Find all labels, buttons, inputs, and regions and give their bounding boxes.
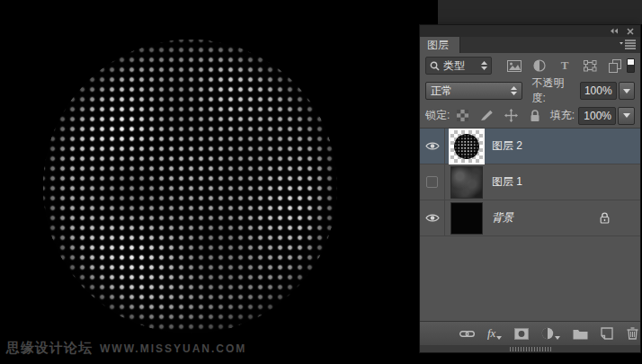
filter-type-select[interactable]: 类型	[425, 57, 492, 75]
filter-kind-buttons: T	[506, 58, 623, 74]
add-layer-mask-icon[interactable]	[514, 325, 529, 342]
hidden-visibility-box	[426, 176, 438, 188]
lock-buttons	[455, 109, 542, 123]
fill-input[interactable]: 100%	[578, 107, 616, 125]
collapse-to-icons-icon[interactable]	[610, 28, 619, 34]
caret-down-icon	[623, 89, 630, 93]
blend-mode-select[interactable]: 正常	[425, 82, 522, 100]
link-layers-icon[interactable]	[459, 325, 475, 342]
watermark-site-url: WWW.MISSYUAN.COM	[100, 342, 246, 355]
spinner-arrows-icon	[481, 61, 487, 70]
layer-thumbnail-sphere[interactable]	[450, 130, 483, 163]
panel-bottom-strip	[420, 345, 640, 352]
tab-layers[interactable]: 图层	[420, 37, 460, 53]
eye-icon	[425, 141, 440, 151]
layer-thumbnail-clouds[interactable]	[450, 166, 483, 199]
filter-toggle-switch[interactable]	[627, 58, 635, 73]
blend-mode-row: 正常 不透明度: 100%	[420, 78, 640, 103]
lock-all-icon[interactable]	[528, 109, 542, 123]
photoshop-workspace: 思缘设计论坛WWW.MISSYUAN.COM 图层 类型	[0, 0, 642, 364]
panel-actions-bar: fx	[420, 321, 640, 345]
layers-panel: 图层 类型 T	[419, 24, 641, 353]
close-icon[interactable]	[627, 28, 634, 35]
layers-list: 图层 2 图层 1 背景	[420, 129, 640, 321]
layer-filter-row: 类型 T	[420, 53, 640, 78]
delete-layer-icon[interactable]	[626, 325, 639, 342]
eye-icon	[425, 213, 440, 223]
opacity-input[interactable]: 100%	[580, 82, 617, 100]
panel-drag-handle[interactable]	[510, 347, 551, 351]
watermark: 思缘设计论坛WWW.MISSYUAN.COM	[6, 340, 246, 357]
fill-label: 填充:	[550, 108, 575, 123]
layer-row-layer1[interactable]: 图层 1	[420, 164, 640, 200]
caret-down-icon	[496, 336, 502, 340]
visibility-toggle[interactable]	[420, 164, 445, 200]
mini-sphere-preview	[454, 134, 479, 159]
new-layer-icon[interactable]	[601, 325, 613, 342]
layer-thumbnail-black[interactable]	[450, 202, 483, 235]
layer-name[interactable]: 背景	[492, 210, 600, 226]
adjustment-layer-filter-icon[interactable]	[531, 58, 548, 74]
layer-name[interactable]: 图层 1	[492, 174, 640, 190]
visibility-toggle[interactable]	[420, 129, 445, 164]
layer-name[interactable]: 图层 2	[492, 138, 640, 154]
layer-row-layer2[interactable]: 图层 2	[420, 129, 640, 164]
fill-dropdown-button[interactable]	[618, 107, 635, 125]
shape-layer-filter-icon[interactable]	[582, 58, 598, 74]
visibility-toggle[interactable]	[420, 200, 445, 235]
lock-label: 锁定:	[425, 108, 450, 123]
new-group-icon[interactable]	[573, 325, 588, 342]
panel-tab-bar: 图层	[420, 37, 640, 53]
filter-type-label: 类型	[443, 58, 477, 74]
opacity-label: 不透明度:	[531, 75, 576, 106]
lock-pixels-icon[interactable]	[479, 109, 494, 123]
caret-down-icon	[623, 113, 630, 118]
watermark-site-name: 思缘设计论坛	[6, 340, 93, 355]
blend-mode-value: 正常	[431, 84, 511, 99]
caret-down-icon	[555, 336, 560, 340]
pixel-layer-filter-icon[interactable]	[506, 58, 522, 74]
lock-transparency-icon[interactable]	[455, 109, 469, 123]
background-lock-icon	[600, 212, 610, 224]
smart-object-filter-icon[interactable]	[607, 58, 623, 74]
layer-style-icon[interactable]: fx	[487, 325, 502, 342]
app-chrome-strip	[438, 0, 642, 24]
lock-position-icon[interactable]	[504, 109, 518, 123]
spinner-arrows-icon	[511, 86, 517, 95]
type-layer-filter-icon[interactable]: T	[557, 58, 573, 74]
halftone-sphere-artwork	[43, 40, 337, 333]
search-icon	[430, 61, 440, 71]
opacity-dropdown-button[interactable]	[619, 82, 635, 100]
new-adjustment-layer-icon[interactable]	[541, 325, 560, 342]
panel-titlebar	[420, 25, 640, 37]
lock-row: 锁定: 填充: 100%	[420, 103, 640, 129]
panel-menu-icon[interactable]	[620, 40, 636, 49]
layer-row-background[interactable]: 背景	[420, 200, 640, 236]
